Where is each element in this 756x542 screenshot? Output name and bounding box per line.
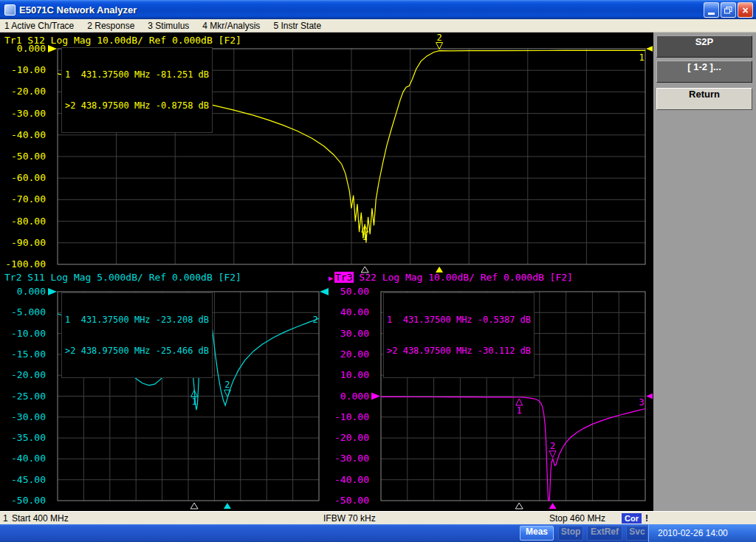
start-frequency: Start 400 MHz [12, 513, 69, 524]
y-tick-label: -10.00 [334, 411, 369, 422]
y-tick-label: -5.000 [11, 306, 46, 318]
marker-number: 1 [517, 405, 522, 416]
softkey-port-pair[interactable]: [ 1-2 ]... [656, 61, 752, 83]
marker-axis-indicator [549, 503, 557, 509]
instrument-status-bar: 1 Start 400 MHz IFBW 70 kHz Stop 460 MHz… [0, 511, 756, 524]
softkey-menu-title: S2P [656, 35, 752, 58]
titlebar: E5071C Network Analyzer × [0, 0, 756, 19]
y-tick-label: -60.00 [11, 172, 46, 183]
menubar: 1 Active Ch/Trace 2 Response 3 Stimulus … [0, 19, 756, 32]
marker-axis-indicator [224, 503, 231, 509]
y-tick-label: -30.00 [11, 411, 46, 422]
marker-2-readout: >2 438.97500 MHz -30.112 dB [387, 346, 531, 356]
taskbar: Meas Stop ExtRef Svc 2010-02-26 14:00 [0, 524, 756, 542]
y-tick-label: -50.00 [11, 495, 46, 506]
taskbar-extref-indicator: ExtRef [587, 526, 622, 541]
correction-badge: Cor [622, 513, 642, 524]
ref-level-left-icon [371, 393, 380, 400]
trace-title-tr3: ▶Tr3 S22 Log Mag 10.00dB/ Ref 0.000dB [F… [329, 272, 573, 283]
y-tick-label: -20.00 [11, 369, 46, 380]
y-tick-label: 10.00 [340, 369, 369, 380]
marker-symbol [549, 451, 556, 458]
y-tick-label: -10.00 [11, 64, 46, 75]
y-tick-label: -40.00 [11, 129, 46, 140]
taskbar-meas-indicator: Meas [520, 526, 554, 541]
marker-number: 2 [550, 441, 555, 451]
trace-title-tr1: Tr1 S12 Log Mag 10.00dB/ Ref 0.000dB [F2… [4, 35, 241, 46]
marker-1-readout: 1 431.37500 MHz -81.251 dB [65, 69, 209, 80]
y-tick-label: -20.00 [11, 86, 46, 97]
trace-title-tr2: Tr2 S11 Log Mag 5.000dB/ Ref 0.000dB [F2… [4, 272, 241, 283]
y-tick-label: -10.00 [11, 328, 46, 339]
ref-level-left-icon [48, 45, 57, 52]
menu-response[interactable]: 2 Response [87, 21, 134, 31]
restore-button[interactable] [721, 2, 736, 18]
marker-2-readout: >2 438.97500 MHz -25.466 dB [65, 346, 209, 356]
y-tick-label: -90.00 [11, 237, 46, 248]
marker-readout-tr2: 1 431.37500 MHz -23.208 dB >2 438.97500 … [61, 292, 213, 378]
ifbw-indicator: IFBW 70 kHz [323, 513, 376, 524]
y-tick-label: -35.00 [11, 432, 46, 443]
y-tick-label: -80.00 [11, 216, 46, 227]
trace-number: 3 [639, 397, 644, 408]
y-tick-label: -50.00 [334, 495, 369, 506]
y-tick-label: 20.00 [340, 349, 369, 360]
channel-indicator: 1 [3, 513, 8, 524]
softkey-return[interactable]: Return [656, 88, 752, 110]
taskbar-stop-indicator: Stop [558, 526, 583, 541]
y-tick-label: -100.00 [5, 258, 46, 270]
y-tick-label: 50.00 [340, 286, 369, 297]
stop-frequency: Stop 460 MHz [549, 513, 605, 524]
y-tick-label: -30.00 [334, 453, 369, 464]
menu-instr-state[interactable]: 5 Instr State [273, 21, 321, 31]
marker-axis-indicator [190, 503, 198, 509]
ref-level-left-icon [48, 288, 57, 295]
y-tick-label: 0.000 [17, 286, 46, 297]
marker-symbol [436, 43, 443, 49]
y-tick-label: -40.00 [11, 453, 46, 464]
taskbar-svc-indicator: Svc [626, 526, 648, 541]
minimize-button[interactable] [704, 2, 719, 18]
marker-readout-tr1: 1 431.37500 MHz -81.251 dB >2 438.97500 … [61, 47, 213, 133]
menu-mkr-analysis[interactable]: 4 Mkr/Analysis [202, 21, 260, 31]
y-tick-label: -20.00 [334, 432, 369, 443]
y-tick-label: -45.00 [11, 474, 46, 485]
marker-2-readout: >2 438.97500 MHz -0.8758 dB [65, 100, 209, 111]
menu-stimulus[interactable]: 3 Stimulus [148, 21, 189, 31]
marker-symbol [516, 399, 523, 405]
marker-axis-indicator [515, 503, 523, 509]
ref-level-right-icon [320, 288, 329, 295]
analyzer-screen: 0.000-10.00-20.00-30.00-40.00-50.00-60.0… [0, 32, 653, 511]
y-tick-label: -70.00 [11, 193, 46, 205]
marker-number: 1 [191, 397, 196, 407]
y-tick-label: -30.00 [11, 108, 46, 119]
system-tray: 2010-02-26 14:00 [648, 524, 756, 542]
y-tick-label: -50.00 [11, 151, 46, 162]
window-controls: × [704, 2, 753, 18]
y-tick-label: -40.00 [334, 474, 369, 485]
marker-number: 2 [436, 32, 441, 43]
close-button[interactable]: × [738, 2, 753, 18]
marker-readout-tr3: 1 431.37500 MHz -0.5387 dB >2 438.97500 … [383, 292, 535, 378]
marker-number: 1 [362, 232, 368, 242]
menu-active-ch-trace[interactable]: 1 Active Ch/Trace [4, 21, 74, 31]
window-title: E5071C Network Analyzer [19, 4, 137, 16]
marker-number: 2 [224, 380, 230, 390]
marker-1-readout: 1 431.37500 MHz -0.5387 dB [387, 315, 531, 325]
app-window: E5071C Network Analyzer × 1 Active Ch/Tr… [0, 0, 756, 542]
restore-icon [724, 7, 732, 14]
active-trace-arrow: ▶ [329, 274, 333, 282]
y-tick-label: -15.00 [11, 349, 46, 360]
y-tick-label: 40.00 [340, 306, 369, 318]
y-tick-label: -25.00 [11, 391, 46, 402]
minimize-icon [708, 13, 715, 15]
marker-1-readout: 1 431.37500 MHz -23.208 dB [65, 315, 209, 325]
softkey-menu: S2P [ 1-2 ]... Return [653, 32, 756, 511]
y-tick-label: 30.00 [340, 328, 369, 339]
app-icon [4, 4, 16, 16]
taskbar-clock: 2010-02-26 14:00 [649, 524, 756, 542]
y-tick-label: 0.000 [340, 391, 369, 402]
alert-indicator: ! [645, 513, 648, 524]
trace-number: 2 [312, 315, 317, 325]
trace-number: 1 [639, 52, 644, 63]
